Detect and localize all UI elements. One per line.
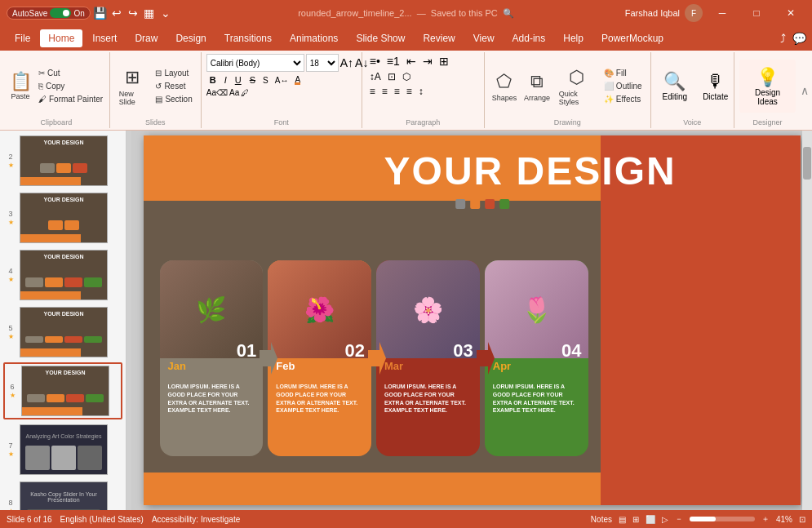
strikethrough-button[interactable]: S — [246, 74, 259, 86]
italic-button[interactable]: I — [221, 74, 230, 86]
numbering-button[interactable]: ≡1 — [384, 54, 402, 69]
slide-thumb-3[interactable]: 3 ★ YOUR DESIGN — [3, 191, 122, 245]
underline-button[interactable]: U — [232, 74, 245, 86]
presentation-view-button[interactable]: ▦ — [143, 7, 156, 20]
timeline-card-3[interactable]: 🌸 03 Mar LORUM IPSUM. HERE IS A GOOD PLA… — [376, 260, 480, 456]
normal-view-icon[interactable]: ▤ — [619, 515, 626, 524]
slide-thumb-4[interactable]: 4 ★ YOUR DESIGN — [3, 248, 122, 302]
shapes-button[interactable]: ⬠ Shapes — [490, 58, 519, 115]
quick-styles-button[interactable]: ⬡ Quick Styles — [555, 58, 598, 115]
redo-button[interactable]: ↪ — [126, 7, 140, 20]
clear-format-button[interactable]: Aa⌫ — [206, 88, 228, 97]
arrange-button[interactable]: ⧉ Arrange — [521, 58, 552, 115]
design-ideas-button[interactable]: 💡 Design Ideas — [739, 60, 796, 113]
columns-button[interactable]: ⊞ — [437, 54, 451, 69]
shape-fill-button[interactable]: 🎨 Fill — [601, 67, 645, 79]
format-painter-button[interactable]: 🖌 Format Painter — [35, 93, 106, 105]
font-top-row: Calibri (Body) 18 A↑ A↓ — [206, 54, 369, 72]
increase-indent-button[interactable]: ⇥ — [420, 54, 435, 69]
menu-home[interactable]: Home — [40, 29, 82, 47]
layout-button[interactable]: ⊟ Layout — [152, 67, 195, 79]
menu-file[interactable]: File — [7, 29, 38, 47]
zoom-bar[interactable] — [690, 517, 755, 521]
fit-slide-button[interactable]: ⊡ — [799, 515, 805, 524]
slide-thumb-6[interactable]: 6 ★ YOUR DESIGN — [3, 362, 122, 419]
justify-button[interactable]: ≡ — [404, 85, 415, 98]
autosave-badge[interactable]: AutoSave On — [7, 7, 91, 20]
scrollbar-thumb[interactable] — [803, 147, 811, 180]
bold-button[interactable]: B — [206, 74, 220, 86]
undo-button[interactable]: ↩ — [110, 7, 123, 20]
shape-outline-button[interactable]: ⬜ Outline — [601, 80, 645, 92]
slide-thumb-8[interactable]: 8 ★ Kasho Copy Slider In Your Presentati… — [3, 480, 122, 510]
line-spacing-button[interactable]: ↕ — [416, 85, 426, 98]
slideshow-icon[interactable]: ▷ — [662, 515, 668, 524]
shadow-button[interactable]: S — [260, 74, 271, 87]
ribbon: 📋 Paste ✂ Cut ⎘ Copy 🖌 Format Painter — [0, 51, 812, 131]
slide-thumb-7[interactable]: 7 ★ Analyzing Art Color Strategies — [3, 423, 122, 477]
align-right-button[interactable]: ≡ — [392, 85, 402, 98]
increase-font-button[interactable]: A↑ — [340, 56, 353, 69]
share-button[interactable]: ⤴ — [776, 32, 789, 45]
more-options-button[interactable]: ⌄ — [159, 7, 172, 20]
font-name-select[interactable]: Calibri (Body) — [206, 54, 304, 72]
menu-help[interactable]: Help — [555, 29, 592, 47]
text-direction-button[interactable]: ↕A — [367, 70, 384, 83]
paste-button[interactable]: 📋 Paste — [8, 58, 33, 115]
save-button[interactable]: 💾 — [94, 7, 107, 20]
decrease-indent-button[interactable]: ⇤ — [404, 54, 419, 69]
menu-review[interactable]: Review — [415, 29, 463, 47]
notes-button[interactable]: Notes — [591, 515, 612, 524]
section-button[interactable]: ▤ Section — [152, 93, 195, 105]
font-color-button[interactable]: A — [292, 73, 303, 87]
align-text-button[interactable]: ⊡ — [385, 70, 398, 83]
char-spacing-button[interactable]: A↔ — [273, 74, 291, 87]
timeline-card-2[interactable]: 🌺 02 Feb LORUM IPSUM. HERE IS A GOOD PLA… — [268, 260, 371, 456]
comments-button[interactable]: 💬 — [792, 32, 805, 45]
voice-label: Voice — [656, 118, 730, 126]
autosave-toggle[interactable] — [50, 8, 71, 18]
canvas-scrollbar[interactable] — [802, 131, 812, 510]
paragraph-inner: ≡• ≡1 ⇤ ⇥ ⊞ ↕A ⊡ ⬡ ≡ ≡ ≡ ≡ ↕ — [367, 54, 479, 118]
editing-button[interactable]: 🔍 Editing — [656, 60, 694, 113]
copy-button[interactable]: ⎘ Copy — [35, 80, 106, 92]
menu-design[interactable]: Design — [167, 29, 214, 47]
menu-transitions[interactable]: Transitions — [216, 29, 280, 47]
timeline-card-4[interactable]: 🌷 04 Apr LORUM IPSUM. HERE IS A GOOD PLA… — [485, 260, 588, 456]
reset-button[interactable]: ↺ Reset — [152, 80, 195, 92]
zoom-in-button[interactable]: ＋ — [761, 513, 770, 525]
dictate-button[interactable]: 🎙 Dictate — [696, 60, 734, 113]
menu-addins[interactable]: Add-ins — [504, 29, 554, 47]
minimize-button[interactable]: ─ — [708, 0, 737, 26]
menu-view[interactable]: View — [465, 29, 503, 47]
menu-animations[interactable]: Animations — [282, 29, 346, 47]
slide-canvas[interactable]: YOUR DESIGN 🌿 01 Jan LORUM — [144, 135, 801, 505]
font-size-select[interactable]: 18 — [306, 54, 339, 72]
cut-button[interactable]: ✂ Cut — [35, 67, 106, 79]
slide-thumb-2[interactable]: 2 ★ YOUR DESIGN — [3, 134, 122, 188]
align-center-button[interactable]: ≡ — [379, 85, 390, 98]
new-slide-button[interactable]: ⊞ New Slide — [115, 58, 150, 115]
highlight-button[interactable]: 🖊 — [241, 88, 249, 97]
zoom-out-button[interactable]: － — [675, 513, 683, 525]
menu-slideshow[interactable]: Slide Show — [348, 29, 413, 47]
reading-view-icon[interactable]: ⬜ — [646, 515, 655, 524]
menu-draw[interactable]: Draw — [126, 29, 166, 47]
zoom-level[interactable]: 41% — [776, 515, 792, 524]
slide-thumb-5[interactable]: 5 ★ YOUR DESIGN — [3, 305, 122, 359]
bullets-button[interactable]: ≡• — [367, 54, 383, 69]
menu-insert[interactable]: Insert — [84, 29, 125, 47]
close-button[interactable]: ✕ — [776, 0, 805, 26]
ribbon-collapse[interactable]: ∧ — [801, 52, 809, 128]
smartart-button[interactable]: ⬡ — [400, 70, 413, 83]
avatar[interactable]: F — [685, 4, 703, 22]
timeline-card-1[interactable]: 🌿 01 Jan LORUM IPSUM. HERE IS A GOOD PLA… — [160, 260, 264, 456]
align-left-button[interactable]: ≡ — [367, 85, 378, 98]
shape-effects-button[interactable]: ✨ Effects — [601, 93, 645, 105]
menu-powermockup[interactable]: PowerMockup — [593, 29, 672, 47]
slide-sorter-icon[interactable]: ⊞ — [632, 515, 639, 524]
font-case-button[interactable]: Aa — [229, 88, 239, 97]
maximize-button[interactable]: □ — [742, 0, 771, 26]
accessibility-button[interactable]: Accessibility: Investigate — [152, 515, 240, 524]
slide-num-4: 4 ★ — [5, 267, 16, 283]
